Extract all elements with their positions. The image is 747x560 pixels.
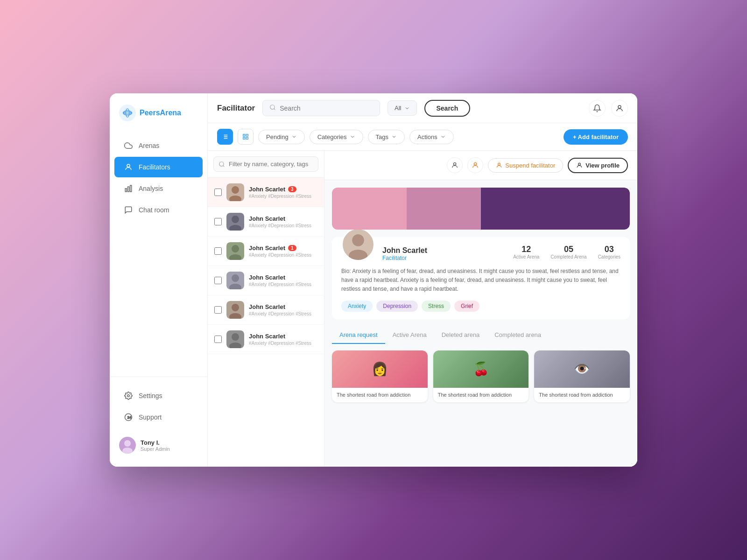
notification-button[interactable]: [589, 100, 606, 117]
avatar: [226, 272, 244, 289]
filter-dropdown[interactable]: All: [388, 100, 416, 116]
sidebar-item-facilitators[interactable]: Facilitators: [114, 157, 203, 177]
header-icons: [589, 100, 628, 117]
actions-label: Actions: [417, 133, 437, 140]
tags-label: Tags: [376, 133, 388, 140]
search-button[interactable]: Search: [424, 100, 471, 117]
arena-card-title: The shortest road from addiction: [438, 392, 524, 399]
sidebar-item-chatroom[interactable]: Chat room: [114, 200, 203, 220]
list-item[interactable]: John Scarlet 1 #Anxiety #Depression #Str…: [208, 237, 324, 266]
tab-deleted-arena[interactable]: Deleted arena: [434, 327, 487, 344]
arena-card-body: The shortest road from addiction: [433, 388, 529, 402]
chat-icon: [124, 205, 133, 215]
svg-point-1: [126, 109, 129, 117]
pending-dropdown[interactable]: Pending: [258, 130, 305, 144]
svg-rect-4: [128, 187, 129, 192]
tag-grief[interactable]: Grief: [454, 301, 479, 312]
search-icon: [269, 104, 276, 112]
sidebar-item-chatroom-label: Chat room: [139, 206, 169, 214]
arena-card[interactable]: 👩 The shortest road from addiction: [332, 350, 428, 402]
svg-point-44: [498, 163, 500, 165]
categories-label: Categories: [317, 133, 347, 140]
view-profile-button[interactable]: View profile: [568, 158, 628, 173]
categories-label: Categories: [598, 254, 620, 259]
list-item[interactable]: John Scarlet #Anxiety #Depression #Stres…: [208, 325, 324, 354]
list-item-checkbox[interactable]: [214, 247, 222, 255]
app-name: PeersArena: [140, 109, 181, 117]
active-arena-label: Active Arena: [513, 254, 539, 259]
profile-button[interactable]: [611, 100, 628, 117]
categories-count: 03: [598, 245, 620, 254]
list-item-info: John Scarlet 1 #Anxiety #Depression #Str…: [249, 245, 317, 258]
tabs-row: Arena request Active Arena Deleted arena…: [324, 319, 637, 344]
active-arena-stat: 12 Active Arena: [513, 245, 539, 259]
notification-badge: 3: [288, 186, 296, 192]
svg-point-40: [232, 333, 239, 341]
person-icon: [124, 162, 133, 172]
list-item-name: John Scarlet 1: [249, 245, 317, 252]
header: Facilitator All Search: [208, 93, 637, 123]
facilitator-icon-1[interactable]: [447, 157, 463, 173]
toolbar: Pending Categories Tags Actions + Add fa…: [208, 123, 637, 151]
svg-rect-3: [125, 189, 127, 192]
list-item[interactable]: John Scarlet #Anxiety #Depression #Stres…: [208, 295, 324, 325]
search-bar[interactable]: [262, 100, 380, 116]
list-item-info: John Scarlet #Anxiety #Depression #Stres…: [249, 274, 317, 287]
grid-view-button[interactable]: [238, 129, 254, 145]
list-item-checkbox[interactable]: [214, 218, 222, 225]
banner-purple: [481, 188, 630, 230]
svg-rect-20: [243, 134, 245, 136]
avatar: [119, 437, 136, 454]
list-item[interactable]: John Scarlet 3 #Anxiety #Depression #Str…: [208, 178, 324, 207]
avatar: [226, 213, 244, 231]
banner-pink: [332, 188, 407, 230]
banner-background: [332, 188, 630, 230]
suspend-facilitator-button[interactable]: Suspend facilitator: [488, 158, 563, 173]
list-item-checkbox[interactable]: [214, 306, 222, 314]
tab-active-arena[interactable]: Active Arena: [385, 327, 434, 344]
list-item-checkbox[interactable]: [214, 277, 222, 284]
search-input[interactable]: [280, 105, 373, 112]
tag-anxiety[interactable]: Anxiety: [341, 301, 373, 312]
filter-view-button[interactable]: [217, 129, 233, 145]
svg-text:24: 24: [127, 415, 131, 420]
sidebar-item-settings[interactable]: Settings: [114, 385, 203, 406]
tab-completed-arena[interactable]: Completed arena: [487, 327, 549, 344]
list-item-info: John Scarlet 3 #Anxiety #Depression #Str…: [249, 186, 317, 199]
arena-card[interactable]: 🍒 The shortest road from addiction: [433, 350, 529, 402]
sidebar-nav: Arenas Facilitators Analysis Chat room: [110, 131, 207, 377]
list-item[interactable]: John Scarlet #Anxiety #Depression #Stres…: [208, 207, 324, 237]
list-item-tags: #Anxiety #Depression #Stress: [249, 311, 317, 316]
facilitator-icon-2[interactable]: [467, 157, 483, 173]
bio-text: Bio: Anxiety is a feeling of fear, dread…: [341, 267, 620, 294]
svg-rect-22: [243, 137, 245, 139]
tag-stress[interactable]: Stress: [422, 301, 451, 312]
arena-cards: 👩 The shortest road from addiction 🍒 The…: [324, 344, 637, 409]
list-item[interactable]: John Scarlet #Anxiety #Depression #Stres…: [208, 266, 324, 295]
svg-point-10: [124, 440, 131, 447]
list-item-checkbox[interactable]: [214, 189, 222, 196]
add-facilitator-button[interactable]: + Add facilitator: [564, 129, 628, 145]
svg-point-37: [232, 304, 239, 311]
app-window: PeersArena Arenas Facilitators Analysis: [110, 93, 637, 467]
svg-point-13: [618, 105, 621, 108]
avatar: [226, 242, 244, 260]
svg-point-25: [232, 186, 239, 194]
arena-card[interactable]: 👁️ The shortest road from addiction: [534, 350, 630, 402]
completed-arena-count: 05: [550, 245, 586, 254]
sidebar-item-support[interactable]: 24 Support: [114, 407, 203, 427]
sidebar-item-analysis[interactable]: Analysis: [114, 178, 203, 199]
list-items: John Scarlet 3 #Anxiety #Depression #Str…: [208, 178, 324, 467]
tab-arena-request[interactable]: Arena request: [332, 327, 385, 344]
tags-dropdown[interactable]: Tags: [368, 130, 405, 144]
sidebar-item-arenas[interactable]: Arenas: [114, 135, 203, 156]
list-panel: John Scarlet 3 #Anxiety #Depression #Str…: [208, 151, 324, 467]
categories-stat: 03 Categories: [598, 245, 620, 259]
tag-depression[interactable]: Depression: [376, 301, 418, 312]
actions-dropdown[interactable]: Actions: [409, 130, 454, 144]
avatar: [226, 330, 244, 348]
avatar: [226, 301, 244, 319]
list-item-checkbox[interactable]: [214, 336, 222, 343]
list-search-input[interactable]: [213, 156, 318, 172]
categories-dropdown[interactable]: Categories: [310, 130, 363, 144]
